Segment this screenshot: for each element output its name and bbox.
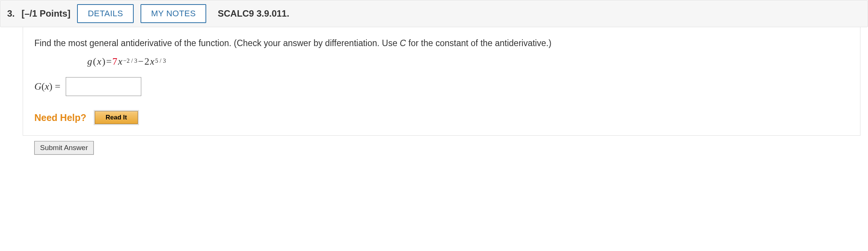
points-label: [–/1 Points] bbox=[22, 8, 70, 19]
ans-var: x bbox=[45, 81, 49, 92]
submit-answer-button[interactable]: Submit Answer bbox=[34, 141, 94, 155]
source-reference: SCALC9 3.9.011. bbox=[218, 8, 289, 19]
read-it-button[interactable]: Read It bbox=[95, 111, 138, 124]
var-2: x bbox=[150, 56, 154, 67]
question-header: 3. [–/1 Points] DETAILS MY NOTES SCALC9 … bbox=[0, 0, 868, 27]
exp-1: −2 / 3 bbox=[123, 57, 137, 64]
var-1: x bbox=[118, 56, 123, 67]
fn-var: x bbox=[97, 56, 102, 67]
question-prompt: Find the most general antiderivative of … bbox=[34, 37, 849, 49]
answer-input[interactable] bbox=[66, 77, 141, 96]
ans-fn-name: G bbox=[34, 81, 42, 92]
prompt-text-a: Find the most general antiderivative of … bbox=[34, 38, 400, 48]
coef-2: 2 bbox=[144, 56, 149, 67]
submit-bar: Submit Answer bbox=[23, 136, 868, 155]
fn-name: g bbox=[87, 56, 92, 67]
constant-letter: C bbox=[400, 38, 406, 48]
ans-paren-close: ) bbox=[49, 81, 53, 92]
details-button[interactable]: DETAILS bbox=[77, 4, 134, 23]
equals: = bbox=[106, 56, 112, 67]
need-help-label: Need Help? bbox=[34, 112, 86, 123]
question-number: 3. bbox=[7, 8, 15, 19]
my-notes-button[interactable]: MY NOTES bbox=[141, 4, 207, 23]
ans-equals: = bbox=[53, 81, 60, 92]
answer-line: G(x) = bbox=[34, 77, 849, 96]
paren-close: ) bbox=[102, 56, 105, 67]
coef-1: 7 bbox=[113, 56, 117, 67]
minus: − bbox=[138, 56, 144, 67]
prompt-text-b: for the constant of the antiderivative.) bbox=[406, 38, 551, 48]
question-body: Find the most general antiderivative of … bbox=[23, 27, 860, 136]
need-help-row: Need Help? Read It bbox=[34, 111, 849, 124]
exp-2: 5 / 3 bbox=[155, 57, 166, 64]
given-function: g(x) = 7x−2 / 3 − 2x5 / 3 bbox=[87, 56, 849, 67]
paren-open: ( bbox=[93, 56, 96, 67]
